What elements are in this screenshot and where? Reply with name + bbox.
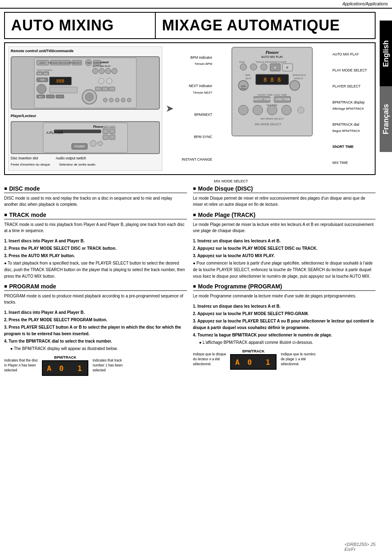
svg-text:NEXT: NEXT: [246, 77, 252, 80]
svg-point-81: [290, 81, 300, 90]
svg-point-20: [105, 68, 111, 74]
remote-label: Remote control unit/Télécommande: [11, 49, 160, 53]
svg-text:POWER: POWER: [74, 145, 85, 148]
svg-point-42: [121, 98, 125, 102]
col-right: Mode Disque (DISC) Le mode Disque permet…: [193, 185, 376, 379]
bpm-left-note-en: Indicates that the disc in Player A has …: [4, 358, 38, 373]
bpm-track-dial-annotation: BPM/TRACK dialBague BPM/TRACK: [332, 122, 371, 134]
track-mode-title: TRACK mode: [4, 212, 187, 219]
auto-mix-play-annotation: AUTO MIX PLAY: [332, 51, 371, 57]
right-diagram-box: BPM indicatorTémoin BPM NEXT indicatorTé…: [177, 46, 371, 171]
svg-point-87: [239, 105, 249, 115]
svg-text:MIX TIME: MIX TIME: [267, 104, 278, 106]
english-tab[interactable]: English: [380, 21, 392, 86]
top-header: Applications/Applications: [0, 0, 392, 9]
devices-box: Remote control unit/Télécommande Pioneer…: [8, 46, 162, 171]
program-mode-title: PROGRAM mode: [4, 283, 187, 291]
svg-text:DISC: DISC: [240, 61, 246, 63]
svg-rect-29: [50, 87, 78, 93]
svg-text:Pioneer: Pioneer: [93, 125, 104, 129]
step-fr-bullet: Pour commencer la lecture à partir d'une…: [193, 260, 376, 280]
bpm-display-box-en: BPM/TRACK A 0 1: [42, 355, 88, 376]
svg-text:HOLDADJ GM CUE EDIT: HOLDADJ GM CUE EDIT: [49, 62, 72, 64]
step-en-3: 3. Press the AUTO MIX PLAY button.: [4, 253, 187, 259]
svg-text:EJECT: EJECT: [39, 62, 46, 64]
bpm-sync-label: BPM SYNC: [177, 134, 212, 140]
bpm-display-box-fr: BPM/TRACK A 0 1: [230, 349, 277, 370]
disc-mode-title: DISC mode: [4, 185, 187, 193]
svg-text:SYNC: SYNC: [241, 88, 247, 90]
svg-point-65: [240, 64, 247, 70]
svg-point-18: [92, 68, 98, 74]
svg-text:MIX MODE SELECT: MIX MODE SELECT: [255, 123, 281, 126]
svg-point-39: [103, 98, 107, 102]
bpm-display-fr: Indique que le disque du lecteur A a été…: [193, 349, 376, 370]
svg-rect-49: [110, 129, 115, 134]
svg-text:A: A: [274, 66, 277, 69]
svg-rect-31: [102, 87, 108, 91]
bpm-value-fr: A 0 1: [230, 354, 277, 370]
play-mode-select-annotation: PLAY MODE SELECT: [332, 67, 371, 73]
mode-disque-body: Le mode Disque permet de mixer et relire…: [193, 195, 376, 207]
svg-text:SHORT TIME  LONG TIME: SHORT TIME LONG TIME: [258, 94, 287, 96]
short-time-annotation: ShORT TIME: [332, 144, 371, 150]
svg-point-66: [251, 64, 257, 70]
svg-point-26: [99, 78, 104, 84]
svg-point-41: [115, 98, 119, 102]
svg-point-91: [298, 107, 304, 113]
svg-rect-35: [56, 95, 64, 98]
svg-text:B: B: [286, 66, 288, 69]
step-fr-1: 1. Insérez un disque dans les lecteurs A…: [193, 238, 376, 244]
mode-programme-body: Le mode Programme commande la lecture mi…: [193, 293, 376, 299]
bpm-right-note-fr: Indique que le numéro de plage 1 a été s…: [281, 352, 316, 367]
svg-text:MIX MIXER SELECT: MIX MIXER SELECT: [261, 117, 284, 120]
instant-change-label: INSTANT CHANGE: [177, 157, 212, 163]
control-unit-svg: Pioneer AUTO MIX PLAY DISC TRACK PROGRAM…: [216, 46, 328, 137]
svg-text:888: 888: [56, 78, 64, 84]
francais-tab[interactable]: Français: [380, 86, 392, 152]
remote-svg: Pioneer AUTO MIX PLAY EJECT HOLDADJ GM C…: [11, 56, 160, 110]
mixage-title: MIXAGE AUTOMATIQUE: [162, 17, 369, 34]
steps-program-en: 1. Insert discs into Player A and Player…: [4, 309, 187, 352]
auto-mixing-title: AUTO MIXING: [11, 17, 149, 34]
svg-text:ABL/OUT: ABL/OUT: [72, 62, 81, 64]
svg-point-40: [109, 98, 113, 102]
step-prog-fr-2: 2. Appuyez sur la touche PLAY MODE SELEC…: [193, 311, 376, 317]
svg-text:TRACK SEARCH: TRACK SEARCH: [37, 69, 52, 71]
svg-text:AUTO MIX PLAY: AUTO MIX PLAY: [92, 65, 111, 67]
svg-point-38: [85, 93, 93, 101]
svg-text:◄◄: ◄◄: [37, 73, 42, 75]
side-tabs: English Français: [380, 21, 392, 152]
svg-text:►►: ►►: [44, 73, 48, 75]
program-mode-body: PROGRAM mode is used to produce mixed pl…: [4, 293, 187, 305]
mode-plage-title: Mode Plage (TRACK): [193, 212, 376, 219]
right-annotations: AUTO MIX PLAY PLAY MODE SELECT PLAYER SE…: [330, 46, 371, 171]
lang-code: En/Fr: [344, 547, 355, 552]
step-prog-fr-1: 1. Insérez un disque dans les lecteurs A…: [193, 303, 376, 310]
steps-disc-track-fr: 1. Insérez un disque dans les lecteurs A…: [193, 238, 376, 280]
svg-point-67: [261, 64, 267, 70]
bpm-left-note-fr: Indique que le disque du lecteur A a été…: [193, 352, 226, 367]
mix-mode-select-label: MIX MODE SELECT: [86, 179, 376, 183]
svg-point-90: [282, 105, 292, 115]
steps-program-fr: 1. Insérez un disque dans les lecteurs A…: [193, 303, 376, 346]
step-prog-fr-3: 3. Appuyez sur la touche PLAYER SELECT A…: [193, 318, 376, 331]
bpm-track-display-annotation: BPM/TRACK displayAffichage BPM/TRACK: [332, 99, 371, 111]
mode-disque-title: Mode Disque (DISC): [193, 185, 376, 193]
left-annotations: BPM indicatorTémoin BPM NEXT indicatorTé…: [177, 46, 214, 171]
step-prog-en-3: 3. Press PLAYER SELECT button A or B to …: [4, 324, 187, 337]
steps-disc-track-en: 1. Insert discs into Player A and Player…: [4, 238, 187, 280]
content-columns: DISC mode DISC mode is used to mix and r…: [4, 185, 376, 379]
step-prog-en-2: 2. Press the PLAY MODE SELECT PROGRAM bu…: [4, 317, 187, 323]
page-number: <DRB1255> 25: [344, 542, 376, 547]
step-en-bullet: To start playback from a specified track…: [4, 260, 187, 280]
mix-time-annotation: MIX TIME: [332, 160, 371, 166]
mode-plage-body: Le mode Plage permet de mixer la lecture…: [193, 221, 376, 234]
svg-point-19: [99, 68, 105, 74]
player-select-annotation: PLAYER SELECT: [332, 83, 371, 89]
main-content: AUTO MIXING MIXAGE AUTOMATIQUE Remote co…: [0, 9, 380, 382]
svg-text:DISPLAY: DISPLAY: [294, 77, 304, 80]
player-svg: Pioneer A PLAYER POWER DISC EJECT: [11, 121, 160, 154]
bpm-display-en: Indicates that the disc in Player A has …: [4, 355, 187, 376]
svg-point-28: [37, 84, 46, 94]
